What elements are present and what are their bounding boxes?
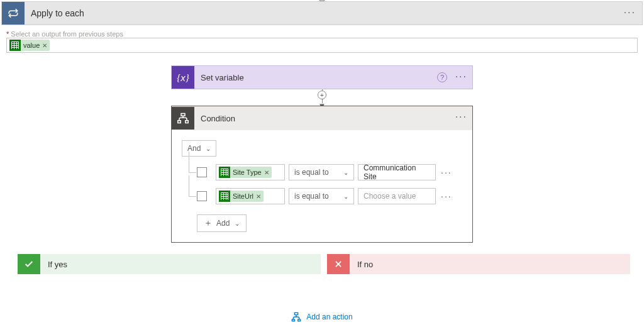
svg-rect-1 [178,121,181,123]
token-remove-button[interactable]: ✕ [264,169,269,176]
svg-rect-5 [298,319,301,321]
row-more-button[interactable]: ··· [441,167,452,177]
apply-to-each-title: Apply to each [25,8,84,18]
svg-rect-4 [292,319,295,321]
token-text: SiteUrl [233,192,253,200]
condition-row: Site Type ✕ is equal to ⌄ Communication … [182,164,462,180]
loop-icon [2,2,25,25]
svg-rect-0 [181,114,185,116]
apply-to-each-more-button[interactable]: ··· [624,7,636,18]
row-more-button[interactable]: ··· [441,191,452,201]
svg-rect-3 [295,313,298,314]
group-operator-text: And [187,144,201,153]
condition-row: SiteUrl ✕ is equal to ⌄ Choose a value ·… [182,188,462,204]
chevron-down-icon: ⌄ [235,220,240,227]
condition-header[interactable]: Condition ··· [172,106,472,130]
condition-card: Condition ··· And ⌄ Site Type ✕ i [171,106,473,243]
condition-body: And ⌄ Site Type ✕ is equal to ⌄ [172,130,472,242]
condition-operator-dropdown[interactable]: is equal to ⌄ [289,188,354,204]
condition-left-operand[interactable]: Site Type ✕ [216,164,285,180]
token-text: value [23,42,40,49]
if-yes-branch[interactable]: If yes [18,254,321,274]
dynamic-token-sitetype[interactable]: Site Type ✕ [219,167,272,178]
condition-value-input[interactable]: Communication Site [358,164,436,180]
plus-icon: ＋ [204,218,213,229]
row-checkbox[interactable] [197,191,207,201]
operator-text: is equal to [294,192,329,201]
condition-left-operand[interactable]: SiteUrl ✕ [216,188,285,204]
condition-value-input[interactable]: Choose a value [358,188,436,204]
select-output-label: * Select an output from previous steps [6,30,638,38]
set-variable-more-button[interactable]: ··· [455,71,467,82]
insert-step-button[interactable]: + [318,91,326,99]
add-action-button[interactable]: Add an action [0,312,644,322]
token-text: Site Type [233,169,262,176]
condition-title: Condition [194,114,235,123]
set-variable-card[interactable]: {x} Set variable ? ··· [171,65,473,89]
operator-text: is equal to [294,168,329,177]
condition-branches: If yes If no [18,254,630,274]
dynamic-token-siteurl[interactable]: SiteUrl ✕ [219,191,264,202]
check-icon [18,254,40,274]
excel-icon [9,40,21,51]
apply-to-each-header[interactable]: Apply to each ··· [1,1,643,25]
add-action-label: Add an action [306,313,352,321]
add-action-icon [291,312,301,322]
token-remove-button[interactable]: ✕ [256,193,261,200]
select-output-section: * Select an output from previous steps v… [6,30,638,53]
chevron-down-icon: ⌄ [206,145,211,152]
set-variable-title: Set variable [194,73,244,82]
group-operator-dropdown[interactable]: And ⌄ [182,140,216,157]
chevron-down-icon: ⌄ [343,169,348,176]
excel-icon [219,167,230,178]
condition-more-button[interactable]: ··· [455,111,467,123]
tree-connector-icon [182,188,197,204]
if-no-branch[interactable]: If no [327,254,630,274]
variable-icon: {x} [172,66,194,89]
add-condition-button[interactable]: ＋ Add ⌄ [197,214,247,232]
dynamic-token-value[interactable]: value ✕ [9,40,50,51]
chevron-down-icon: ⌄ [343,193,348,200]
select-output-label-text: Select an output from previous steps [11,30,123,38]
help-icon[interactable]: ? [437,72,447,82]
if-no-label: If no [350,260,373,269]
if-yes-label: If yes [40,260,67,269]
row-checkbox[interactable] [197,167,207,177]
excel-icon [219,191,230,202]
close-icon [327,254,350,274]
value-placeholder: Choose a value [364,192,416,201]
condition-icon [172,107,194,130]
token-remove-button[interactable]: ✕ [42,42,47,49]
value-text: Communication Site [364,163,430,181]
tree-connector-icon [182,164,197,180]
add-button-label: Add [216,219,230,228]
connector: + ▼ [171,89,473,106]
condition-operator-dropdown[interactable]: is equal to ⌄ [289,164,354,180]
svg-rect-2 [186,121,189,123]
select-output-input[interactable]: value ✕ [6,38,638,53]
